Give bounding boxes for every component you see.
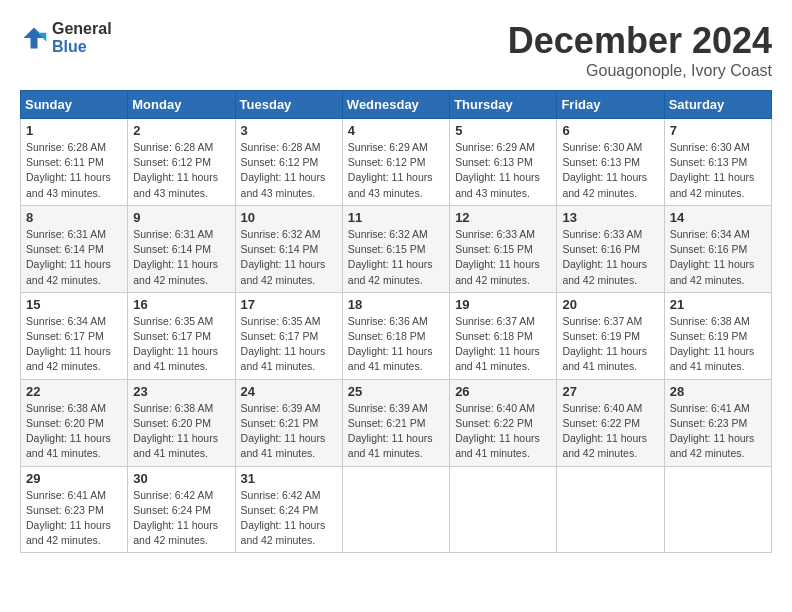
day-number: 5 [455, 123, 551, 138]
calendar-cell: 25Sunrise: 6:39 AMSunset: 6:21 PMDayligh… [342, 379, 449, 466]
calendar-cell [342, 466, 449, 553]
day-info: Sunrise: 6:28 AMSunset: 6:11 PMDaylight:… [26, 140, 122, 201]
day-info: Sunrise: 6:34 AMSunset: 6:17 PMDaylight:… [26, 314, 122, 375]
calendar-week-5: 29Sunrise: 6:41 AMSunset: 6:23 PMDayligh… [21, 466, 772, 553]
weekday-header-tuesday: Tuesday [235, 91, 342, 119]
day-info: Sunrise: 6:38 AMSunset: 6:19 PMDaylight:… [670, 314, 766, 375]
day-number: 12 [455, 210, 551, 225]
day-number: 16 [133, 297, 229, 312]
day-number: 9 [133, 210, 229, 225]
day-info: Sunrise: 6:37 AMSunset: 6:18 PMDaylight:… [455, 314, 551, 375]
calendar-body: 1Sunrise: 6:28 AMSunset: 6:11 PMDaylight… [21, 119, 772, 553]
day-info: Sunrise: 6:32 AMSunset: 6:15 PMDaylight:… [348, 227, 444, 288]
day-number: 18 [348, 297, 444, 312]
calendar-cell: 28Sunrise: 6:41 AMSunset: 6:23 PMDayligh… [664, 379, 771, 466]
calendar-cell: 2Sunrise: 6:28 AMSunset: 6:12 PMDaylight… [128, 119, 235, 206]
calendar-cell: 8Sunrise: 6:31 AMSunset: 6:14 PMDaylight… [21, 205, 128, 292]
logo-text: General Blue [52, 20, 112, 55]
weekday-header-monday: Monday [128, 91, 235, 119]
day-info: Sunrise: 6:30 AMSunset: 6:13 PMDaylight:… [562, 140, 658, 201]
day-number: 22 [26, 384, 122, 399]
logo-icon [20, 24, 48, 52]
calendar-cell: 15Sunrise: 6:34 AMSunset: 6:17 PMDayligh… [21, 292, 128, 379]
day-number: 1 [26, 123, 122, 138]
day-number: 14 [670, 210, 766, 225]
calendar-cell [450, 466, 557, 553]
calendar-week-1: 1Sunrise: 6:28 AMSunset: 6:11 PMDaylight… [21, 119, 772, 206]
weekday-header-row: SundayMondayTuesdayWednesdayThursdayFrid… [21, 91, 772, 119]
weekday-header-thursday: Thursday [450, 91, 557, 119]
calendar-cell: 3Sunrise: 6:28 AMSunset: 6:12 PMDaylight… [235, 119, 342, 206]
day-number: 19 [455, 297, 551, 312]
day-info: Sunrise: 6:33 AMSunset: 6:15 PMDaylight:… [455, 227, 551, 288]
day-number: 11 [348, 210, 444, 225]
weekday-header-friday: Friday [557, 91, 664, 119]
day-number: 29 [26, 471, 122, 486]
day-info: Sunrise: 6:28 AMSunset: 6:12 PMDaylight:… [241, 140, 337, 201]
day-number: 31 [241, 471, 337, 486]
svg-marker-0 [24, 27, 45, 48]
day-info: Sunrise: 6:41 AMSunset: 6:23 PMDaylight:… [26, 488, 122, 549]
logo: General Blue [20, 20, 112, 55]
day-info: Sunrise: 6:38 AMSunset: 6:20 PMDaylight:… [133, 401, 229, 462]
calendar-table: SundayMondayTuesdayWednesdayThursdayFrid… [20, 90, 772, 553]
calendar-cell: 26Sunrise: 6:40 AMSunset: 6:22 PMDayligh… [450, 379, 557, 466]
day-info: Sunrise: 6:37 AMSunset: 6:19 PMDaylight:… [562, 314, 658, 375]
calendar-cell: 12Sunrise: 6:33 AMSunset: 6:15 PMDayligh… [450, 205, 557, 292]
day-info: Sunrise: 6:38 AMSunset: 6:20 PMDaylight:… [26, 401, 122, 462]
calendar-cell: 22Sunrise: 6:38 AMSunset: 6:20 PMDayligh… [21, 379, 128, 466]
day-info: Sunrise: 6:35 AMSunset: 6:17 PMDaylight:… [241, 314, 337, 375]
day-number: 28 [670, 384, 766, 399]
day-number: 4 [348, 123, 444, 138]
day-number: 2 [133, 123, 229, 138]
day-info: Sunrise: 6:41 AMSunset: 6:23 PMDaylight:… [670, 401, 766, 462]
calendar-cell: 24Sunrise: 6:39 AMSunset: 6:21 PMDayligh… [235, 379, 342, 466]
day-info: Sunrise: 6:35 AMSunset: 6:17 PMDaylight:… [133, 314, 229, 375]
calendar-cell [557, 466, 664, 553]
day-info: Sunrise: 6:40 AMSunset: 6:22 PMDaylight:… [455, 401, 551, 462]
day-number: 23 [133, 384, 229, 399]
day-info: Sunrise: 6:42 AMSunset: 6:24 PMDaylight:… [133, 488, 229, 549]
calendar-cell: 23Sunrise: 6:38 AMSunset: 6:20 PMDayligh… [128, 379, 235, 466]
calendar-cell: 20Sunrise: 6:37 AMSunset: 6:19 PMDayligh… [557, 292, 664, 379]
calendar-cell: 4Sunrise: 6:29 AMSunset: 6:12 PMDaylight… [342, 119, 449, 206]
calendar-cell: 6Sunrise: 6:30 AMSunset: 6:13 PMDaylight… [557, 119, 664, 206]
calendar-cell: 30Sunrise: 6:42 AMSunset: 6:24 PMDayligh… [128, 466, 235, 553]
calendar-cell: 17Sunrise: 6:35 AMSunset: 6:17 PMDayligh… [235, 292, 342, 379]
day-number: 30 [133, 471, 229, 486]
day-number: 17 [241, 297, 337, 312]
day-info: Sunrise: 6:36 AMSunset: 6:18 PMDaylight:… [348, 314, 444, 375]
day-number: 15 [26, 297, 122, 312]
day-number: 8 [26, 210, 122, 225]
calendar-cell: 19Sunrise: 6:37 AMSunset: 6:18 PMDayligh… [450, 292, 557, 379]
day-info: Sunrise: 6:39 AMSunset: 6:21 PMDaylight:… [348, 401, 444, 462]
logo-blue: Blue [52, 38, 112, 56]
weekday-header-sunday: Sunday [21, 91, 128, 119]
calendar-cell: 10Sunrise: 6:32 AMSunset: 6:14 PMDayligh… [235, 205, 342, 292]
day-number: 27 [562, 384, 658, 399]
day-info: Sunrise: 6:31 AMSunset: 6:14 PMDaylight:… [133, 227, 229, 288]
weekday-header-wednesday: Wednesday [342, 91, 449, 119]
calendar-cell: 7Sunrise: 6:30 AMSunset: 6:13 PMDaylight… [664, 119, 771, 206]
calendar-cell: 9Sunrise: 6:31 AMSunset: 6:14 PMDaylight… [128, 205, 235, 292]
calendar-cell: 16Sunrise: 6:35 AMSunset: 6:17 PMDayligh… [128, 292, 235, 379]
calendar-cell: 1Sunrise: 6:28 AMSunset: 6:11 PMDaylight… [21, 119, 128, 206]
location-title: Gouagonople, Ivory Coast [508, 62, 772, 80]
title-area: December 2024 Gouagonople, Ivory Coast [508, 20, 772, 80]
calendar-week-4: 22Sunrise: 6:38 AMSunset: 6:20 PMDayligh… [21, 379, 772, 466]
calendar-cell: 21Sunrise: 6:38 AMSunset: 6:19 PMDayligh… [664, 292, 771, 379]
day-info: Sunrise: 6:29 AMSunset: 6:12 PMDaylight:… [348, 140, 444, 201]
calendar-week-2: 8Sunrise: 6:31 AMSunset: 6:14 PMDaylight… [21, 205, 772, 292]
day-number: 7 [670, 123, 766, 138]
day-number: 20 [562, 297, 658, 312]
calendar-cell: 18Sunrise: 6:36 AMSunset: 6:18 PMDayligh… [342, 292, 449, 379]
day-number: 10 [241, 210, 337, 225]
logo-general: General [52, 20, 112, 38]
calendar-cell: 13Sunrise: 6:33 AMSunset: 6:16 PMDayligh… [557, 205, 664, 292]
day-info: Sunrise: 6:33 AMSunset: 6:16 PMDaylight:… [562, 227, 658, 288]
day-number: 25 [348, 384, 444, 399]
month-title: December 2024 [508, 20, 772, 62]
day-info: Sunrise: 6:32 AMSunset: 6:14 PMDaylight:… [241, 227, 337, 288]
day-info: Sunrise: 6:40 AMSunset: 6:22 PMDaylight:… [562, 401, 658, 462]
calendar-week-3: 15Sunrise: 6:34 AMSunset: 6:17 PMDayligh… [21, 292, 772, 379]
